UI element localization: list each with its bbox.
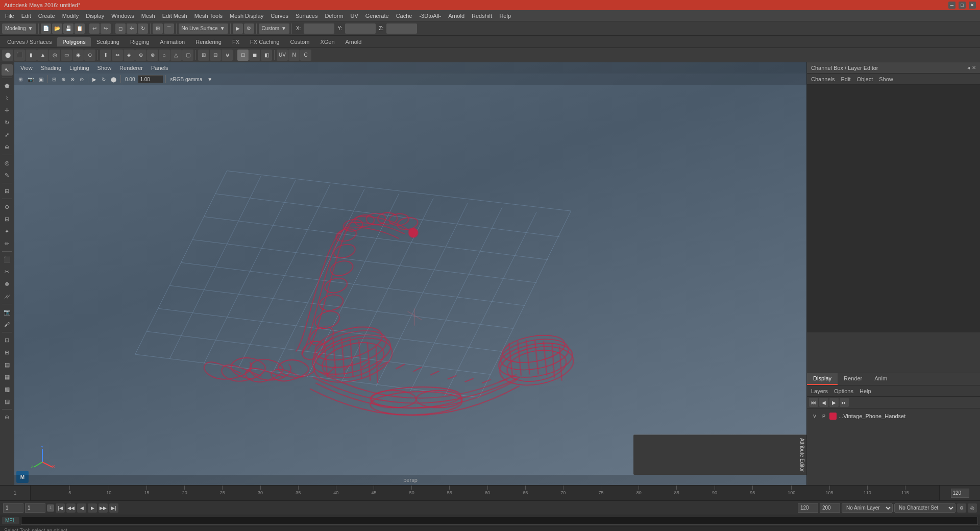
tab-sculpting[interactable]: Sculpting xyxy=(91,37,125,46)
menu-mesh-display[interactable]: Mesh Display xyxy=(227,12,266,20)
fill-tool[interactable]: ⊗ xyxy=(147,50,158,61)
transform-tool-left[interactable]: ⊕ xyxy=(2,141,13,153)
rb-stab-layers[interactable]: Layers xyxy=(811,388,828,394)
misc-tool[interactable]: ⊛ xyxy=(2,412,13,423)
tab-polygons[interactable]: Polygons xyxy=(57,37,90,46)
snap-icons-group[interactable]: ⊙ xyxy=(2,201,13,212)
z-input[interactable] xyxy=(386,23,417,34)
menu-help[interactable]: Help xyxy=(496,12,514,20)
mel-input[interactable] xyxy=(21,517,978,525)
layer-reference-toggle[interactable]: P xyxy=(820,413,827,420)
layer-item-vintage-phone[interactable]: V P ...Vintage_Phone_Handset xyxy=(809,411,978,422)
layer-color-swatch[interactable] xyxy=(829,413,837,420)
vp-pivot[interactable]: ⊕ xyxy=(59,76,67,83)
tab-curves-surfaces[interactable]: Curves / Surfaces xyxy=(2,37,57,46)
viewport[interactable]: View Shading Lighting Show Renderer Pane… xyxy=(14,62,806,485)
menu-surfaces[interactable]: Surfaces xyxy=(292,12,321,20)
cb-tab-show[interactable]: Show xyxy=(879,76,893,82)
shaded-tool[interactable]: ◼ xyxy=(249,50,260,61)
select-tool[interactable]: ↖ xyxy=(2,64,13,76)
scale-tool-left[interactable]: ⤢ xyxy=(2,129,13,140)
menu-edit-mesh[interactable]: Edit Mesh xyxy=(159,12,190,20)
new-file-button[interactable]: 📄 xyxy=(41,23,51,34)
render-settings-button[interactable]: ⚙ xyxy=(244,23,254,34)
cb-tab-object[interactable]: Object xyxy=(856,76,873,82)
uvs-tool[interactable]: UV xyxy=(277,50,288,61)
viewport-menu-shading[interactable]: Shading xyxy=(39,64,63,72)
move-tool-button[interactable]: ✛ xyxy=(127,23,137,34)
character-set-dropdown[interactable]: No Character Set xyxy=(894,503,955,513)
annotation-tool[interactable]: ✦ xyxy=(2,226,13,237)
viewport-menu-renderer[interactable]: Renderer xyxy=(117,64,145,72)
tab-fx-caching[interactable]: FX Caching xyxy=(245,37,284,46)
target-weld-tool[interactable]: ⊗ xyxy=(2,278,13,289)
cone-tool[interactable]: ▲ xyxy=(37,50,48,61)
play-back-button[interactable]: ◀ xyxy=(77,503,86,513)
menu-deform[interactable]: Deform xyxy=(322,12,346,20)
menu-3dtoall[interactable]: -3DtoAll- xyxy=(416,12,444,20)
save-as-button[interactable]: 📋 xyxy=(75,23,85,34)
plane-tool[interactable]: ▭ xyxy=(61,50,72,61)
relax-tool[interactable]: ⌭ xyxy=(2,291,13,302)
menu-arnold[interactable]: Arnold xyxy=(445,12,468,20)
display-6[interactable]: ▨ xyxy=(2,396,13,407)
rb-tab-anim[interactable]: Anim xyxy=(868,373,893,385)
rb-tab-display[interactable]: Display xyxy=(807,373,838,385)
lasso-tool[interactable]: ⌇ xyxy=(2,92,13,104)
vp-wireframe-btn[interactable]: ▣ xyxy=(37,76,45,83)
vp-gamma-dropdown[interactable]: ▼ xyxy=(205,76,214,83)
undo-button[interactable]: ↩ xyxy=(89,23,100,34)
disc-tool[interactable]: ◉ xyxy=(72,50,84,61)
tab-rendering[interactable]: Rendering xyxy=(190,37,227,46)
wireframe-tool[interactable]: ⊡ xyxy=(237,50,249,61)
pipe-tool[interactable]: ⊙ xyxy=(84,50,95,61)
anim-settings-2[interactable]: ◎ xyxy=(968,503,977,513)
bevel-tool[interactable]: ◈ xyxy=(124,50,135,61)
paint-tool[interactable]: 🖌 xyxy=(2,319,13,330)
menu-modify[interactable]: Modify xyxy=(59,12,82,20)
x-input[interactable] xyxy=(304,23,334,34)
menu-file[interactable]: File xyxy=(2,12,17,20)
prev-frame-button[interactable]: ◀ xyxy=(819,398,828,407)
smooth-tool[interactable]: ⌂ xyxy=(159,50,170,61)
vp-select-all[interactable]: ⊞ xyxy=(16,76,24,83)
mel-label[interactable]: MEL xyxy=(2,517,19,524)
measure-tool[interactable]: ⊟ xyxy=(2,213,13,225)
vp-render-icon[interactable]: ⬤ xyxy=(109,76,118,83)
render-button[interactable]: ▶ xyxy=(233,23,243,34)
sculpt-tool[interactable]: ✎ xyxy=(2,170,13,181)
vp-camera[interactable]: 📷 xyxy=(26,76,36,83)
torus-tool[interactable]: ◎ xyxy=(49,50,60,61)
menu-windows[interactable]: Windows xyxy=(108,12,137,20)
quad-draw-tool[interactable]: ⬛ xyxy=(2,254,13,265)
cb-expand-button[interactable]: ✕ xyxy=(972,65,976,70)
show-manip-tool[interactable]: ⊞ xyxy=(2,185,13,197)
menu-uv[interactable]: UV xyxy=(347,12,361,20)
rb-stab-options[interactable]: Options xyxy=(834,388,853,394)
menu-cache[interactable]: Cache xyxy=(393,12,415,20)
step-back-button[interactable]: ◀◀ xyxy=(66,503,76,513)
cb-tab-edit[interactable]: Edit xyxy=(841,76,850,82)
vp-coord-input[interactable] xyxy=(138,75,163,83)
separate-tool[interactable]: ⊟ xyxy=(210,50,221,61)
maximize-button[interactable]: □ xyxy=(959,2,966,9)
vp-origin[interactable]: ⊗ xyxy=(68,76,77,83)
display-2[interactable]: ⊞ xyxy=(2,347,13,358)
next-keyframe-button[interactable]: ⏭ xyxy=(840,398,849,407)
rb-stab-help[interactable]: Help xyxy=(860,388,871,394)
redo-button[interactable]: ↪ xyxy=(101,23,111,34)
play-forward-button[interactable]: ▶ xyxy=(88,503,97,513)
range-start-input[interactable] xyxy=(798,503,818,513)
current-frame-input[interactable] xyxy=(3,503,23,513)
vp-loop[interactable]: ↻ xyxy=(100,76,108,83)
menu-generate[interactable]: Generate xyxy=(362,12,392,20)
y-input[interactable] xyxy=(345,23,376,34)
boolean-tool[interactable]: ⊎ xyxy=(222,50,233,61)
go-to-end-button[interactable]: ▶| xyxy=(109,503,118,513)
frame-tick-input[interactable] xyxy=(25,503,45,513)
menu-display[interactable]: Display xyxy=(83,12,107,20)
viewport-menu-show[interactable]: Show xyxy=(95,64,114,72)
menu-mesh[interactable]: Mesh xyxy=(138,12,158,20)
bridge-tool[interactable]: ⇔ xyxy=(112,50,123,61)
range-end-input[interactable] xyxy=(820,503,840,513)
